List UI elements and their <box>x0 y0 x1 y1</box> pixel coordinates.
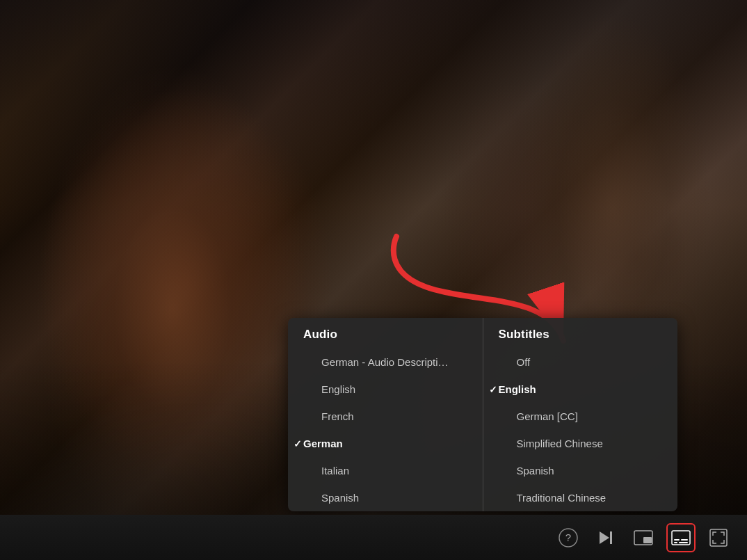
subtitles-button[interactable] <box>666 523 696 552</box>
svg-rect-9 <box>681 539 688 541</box>
audio-section: Audio German - Audio Descripti… English … <box>288 318 483 511</box>
svg-text:?: ? <box>565 531 571 543</box>
audio-item-german[interactable]: German <box>288 430 483 457</box>
subtitle-item-simplified-chinese[interactable]: Simplified Chinese <box>483 430 678 457</box>
audio-item-german-desc[interactable]: German - Audio Descripti… <box>288 349 483 376</box>
subtitles-section: Subtitles Off English German [CC] Simpli… <box>483 318 678 511</box>
audio-item-italian[interactable]: Italian <box>288 457 483 484</box>
pip-button[interactable] <box>629 523 658 552</box>
subtitle-item-german-cc[interactable]: German [CC] <box>483 403 678 430</box>
audio-item-spanish[interactable]: Spanish <box>288 484 483 511</box>
subtitle-item-spanish[interactable]: Spanish <box>483 457 678 484</box>
svg-marker-3 <box>600 531 609 544</box>
skip-next-icon <box>597 529 615 547</box>
pip-icon <box>634 530 653 545</box>
audio-section-header: Audio <box>288 318 483 349</box>
svg-rect-8 <box>674 539 680 541</box>
audio-item-english[interactable]: English <box>288 376 483 403</box>
subtitle-item-traditional-chinese[interactable]: Traditional Chinese <box>483 484 678 511</box>
subtitle-item-english[interactable]: English <box>483 376 678 403</box>
fullscreen-button[interactable] <box>704 523 733 552</box>
skip-next-button[interactable] <box>591 523 620 552</box>
help-icon: ? <box>559 528 578 547</box>
svg-rect-6 <box>643 537 652 543</box>
subtitles-section-header: Subtitles <box>483 318 678 349</box>
fullscreen-icon <box>709 528 728 547</box>
svg-rect-11 <box>679 542 688 543</box>
language-menu: Audio German - Audio Descripti… English … <box>288 318 677 511</box>
subtitles-icon <box>671 530 691 545</box>
subtitle-item-off[interactable]: Off <box>483 349 678 376</box>
svg-rect-10 <box>674 542 677 543</box>
audio-item-french[interactable]: French <box>288 403 483 430</box>
control-bar: ? <box>0 515 747 560</box>
help-button[interactable]: ? <box>554 523 583 552</box>
svg-rect-4 <box>610 531 612 544</box>
